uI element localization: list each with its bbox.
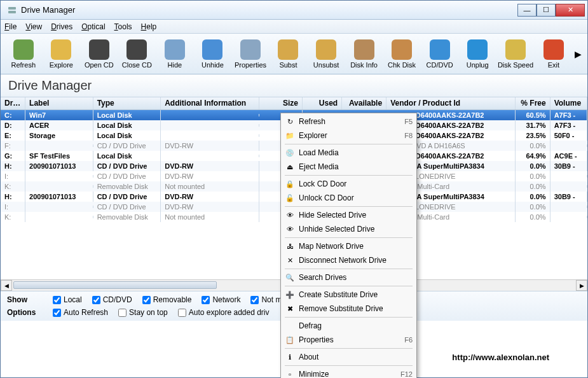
show-cddvd-checkbox[interactable]: CD/DVD <box>92 295 132 304</box>
menu-separator <box>285 144 413 144</box>
col-additional[interactable]: Additional Information <box>161 97 259 109</box>
col-volume[interactable]: Volume <box>550 97 587 109</box>
disk-info-icon <box>354 39 374 60</box>
menu-item-disconnect-network-drive[interactable]: ✕Disconnect Network Drive <box>282 253 415 267</box>
menu-item-load-media[interactable]: 💿Load Media <box>282 146 415 160</box>
menu-item-defrag[interactable]: Defrag <box>282 319 415 333</box>
exit-icon <box>544 39 564 60</box>
remove-substitute-drive-icon: ✖ <box>285 304 295 314</box>
menu-optical[interactable]: Optical <box>81 22 105 31</box>
close-button[interactable]: ✕ <box>556 4 585 17</box>
search-drives-icon: 🔍 <box>285 272 295 283</box>
col-available[interactable]: Available <box>342 97 386 109</box>
menu-separator <box>285 317 413 318</box>
minimize-button[interactable]: — <box>517 4 537 17</box>
subst-icon <box>278 39 298 60</box>
toolbar: RefreshExploreOpen CDClose CDHideUnhideP… <box>1 34 587 74</box>
toolbar-hide-button[interactable]: Hide <box>157 36 193 72</box>
menu-file[interactable]: File <box>4 22 17 31</box>
col-drive[interactable]: Drive <box>1 97 25 109</box>
scroll-left-icon[interactable]: ◀ <box>1 280 12 291</box>
scroll-right-icon[interactable]: ▶ <box>576 280 587 291</box>
auto-explore-checkbox[interactable]: Auto explore added driv <box>178 308 270 317</box>
toolbar-disk-info-button[interactable]: Disk Info <box>346 36 382 72</box>
toolbar-unplug-button[interactable]: Unplug <box>460 36 495 72</box>
menu-item-properties[interactable]: 📋PropertiesF6 <box>282 333 415 347</box>
svg-rect-0 <box>8 7 16 10</box>
menu-separator <box>285 269 413 269</box>
toolbar-unsubst-button[interactable]: Unsubst <box>308 36 344 72</box>
menu-drives[interactable]: Drives <box>51 22 72 31</box>
show-notmounted-checkbox[interactable]: Not m <box>250 295 282 304</box>
minimize-icon: ▫ <box>285 369 295 378</box>
menu-tools[interactable]: Tools <box>114 22 132 31</box>
column-headers[interactable]: Drive Label Type Additional Information … <box>1 97 587 110</box>
menu-item-unlock-cd-door[interactable]: 🔓Unlock CD Door <box>282 191 415 205</box>
menu-separator <box>285 206 413 207</box>
properties-icon: 📋 <box>285 335 295 345</box>
about-icon: ℹ <box>285 352 295 362</box>
menu-help[interactable]: Help <box>141 22 157 31</box>
menubar: FileViewDrivesOpticalToolsHelp <box>1 20 587 34</box>
col-size[interactable]: Size <box>259 97 303 109</box>
toolbar-overflow-icon[interactable]: ▶ <box>574 49 582 59</box>
menu-item-about[interactable]: ℹAbout <box>282 350 415 364</box>
toolbar-chk-disk-button[interactable]: Chk Disk <box>384 36 420 72</box>
close-cd-icon <box>126 39 147 60</box>
toolbar-open-cd-button[interactable]: Open CD <box>81 36 117 72</box>
stay-on-top-checkbox[interactable]: Stay on top <box>118 308 168 317</box>
col-type[interactable]: Type <box>93 97 161 109</box>
menu-item-explorer[interactable]: 📁ExplorerF8 <box>282 129 415 143</box>
col-used[interactable]: Used <box>303 97 342 109</box>
toolbar-disk-speed-button[interactable]: Disk Speed <box>498 36 533 72</box>
show-network-checkbox[interactable]: Network <box>202 295 240 304</box>
scroll-thumb[interactable] <box>13 281 217 289</box>
unhide-selected-drive-icon: 👁 <box>285 224 295 234</box>
disconnect-network-drive-icon: ✕ <box>285 255 295 265</box>
menu-item-hide-selected-drive[interactable]: 👁Hide Selected Drive <box>282 208 415 222</box>
menu-item-minimize[interactable]: ▫MinimizeF12 <box>282 367 415 378</box>
cd-dvd-icon <box>430 39 450 60</box>
options-label: Options <box>7 308 43 317</box>
lock-cd-door-icon: 🔒 <box>285 179 295 189</box>
defrag-icon <box>285 321 295 331</box>
unplug-icon <box>467 39 488 60</box>
eject-media-icon: ⏏ <box>285 162 295 172</box>
menu-item-eject-media[interactable]: ⏏Eject Media <box>282 160 415 174</box>
menu-item-search-drives[interactable]: 🔍Search Drives <box>282 270 415 284</box>
menu-item-map-network-drive[interactable]: 🖧Map Network Drive <box>282 239 415 253</box>
menu-view[interactable]: View <box>25 22 42 31</box>
explore-icon <box>51 39 71 60</box>
col-free[interactable]: % Free <box>516 97 550 109</box>
show-local-checkbox[interactable]: Local <box>53 295 82 304</box>
toolbar-exit-button[interactable]: Exit <box>536 36 571 72</box>
auto-refresh-checkbox[interactable]: Auto Refresh <box>53 308 108 317</box>
page-title: Drive Manager <box>1 74 587 97</box>
toolbar-refresh-button[interactable]: Refresh <box>6 36 41 72</box>
app-icon <box>7 5 17 15</box>
menu-separator <box>285 237 413 238</box>
menu-item-refresh[interactable]: ↻RefreshF5 <box>282 115 415 129</box>
website-link[interactable]: http://www.alexnolan.net <box>452 353 549 362</box>
open-cd-icon <box>89 39 109 60</box>
window-title: Drive Manager <box>21 5 517 15</box>
menu-item-create-substitute-drive[interactable]: ➕Create Substitute Drive <box>282 288 415 302</box>
menu-item-remove-substitute-drive[interactable]: ✖Remove Substitute Drive <box>282 302 415 316</box>
toolbar-explore-button[interactable]: Explore <box>44 36 79 72</box>
col-label[interactable]: Label <box>25 97 93 109</box>
toolbar-close-cd-button[interactable]: Close CD <box>120 36 155 72</box>
toolbar-subst-button[interactable]: Subst <box>271 36 306 72</box>
disk-speed-icon <box>505 39 526 60</box>
menu-item-lock-cd-door[interactable]: 🔒Lock CD Door <box>282 177 415 191</box>
toolbar-unhide-button[interactable]: Unhide <box>195 36 231 72</box>
menu-item-unhide-selected-drive[interactable]: 👁Unhide Selected Drive <box>282 222 415 236</box>
unhide-icon <box>202 39 222 60</box>
titlebar[interactable]: Drive Manager — ☐ ✕ <box>1 1 587 20</box>
show-removable-checkbox[interactable]: Removable <box>142 295 192 304</box>
maximize-button[interactable]: ☐ <box>537 4 556 17</box>
toolbar-cd-dvd-button[interactable]: CD/DVD <box>422 36 458 72</box>
refresh-icon: ↻ <box>285 116 295 127</box>
toolbar-properties-button[interactable]: Properties <box>233 36 268 72</box>
menu-separator <box>285 286 413 286</box>
col-vendor[interactable]: Vendor / Product Id <box>386 97 516 109</box>
